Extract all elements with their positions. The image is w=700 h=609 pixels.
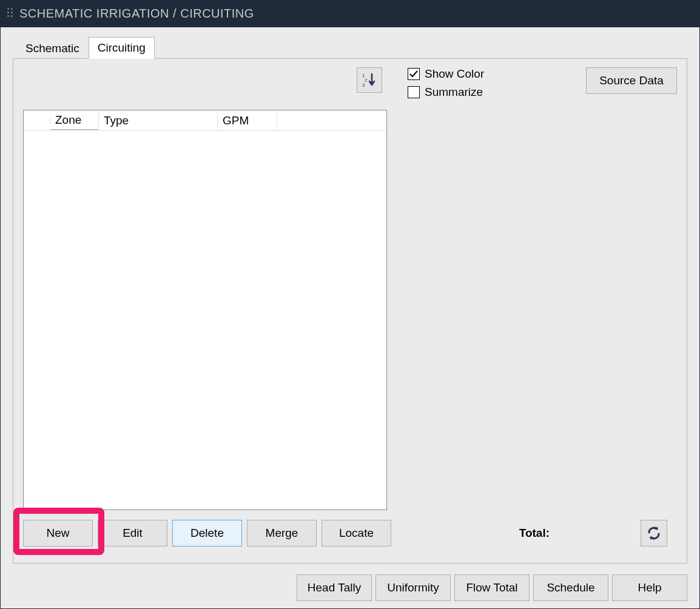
show-color-checkbox-row[interactable]: Show Color bbox=[408, 67, 484, 81]
svg-text:3: 3 bbox=[362, 82, 365, 88]
grid-header-type[interactable]: Type bbox=[99, 112, 218, 130]
window-title: SCHEMATIC IRRIGATION / CIRCUITING bbox=[19, 7, 254, 21]
drag-grip-icon[interactable] bbox=[7, 8, 13, 19]
summarize-checkbox[interactable] bbox=[408, 86, 420, 98]
sort-numeric-icon: 1 2 3 bbox=[361, 72, 378, 89]
grid-header-blank2 bbox=[277, 118, 386, 123]
grid-header-row: Zone Type GPM bbox=[24, 110, 386, 131]
show-color-label: Show Color bbox=[425, 67, 484, 81]
checkmark-icon bbox=[409, 69, 419, 79]
merge-button[interactable]: Merge bbox=[247, 520, 317, 547]
tab-panel-circuiting: 1 2 3 Show Color Summa bbox=[13, 58, 687, 564]
refresh-icon bbox=[645, 525, 662, 542]
total-label: Total: bbox=[519, 527, 550, 540]
zone-grid[interactable]: Zone Type GPM bbox=[23, 110, 387, 510]
refresh-button[interactable] bbox=[641, 520, 667, 547]
titlebar[interactable]: SCHEMATIC IRRIGATION / CIRCUITING bbox=[0, 0, 700, 27]
flow-total-button[interactable]: Flow Total bbox=[454, 574, 530, 601]
summarize-label: Summarize bbox=[425, 86, 483, 99]
tab-circuiting[interactable]: Circuiting bbox=[89, 37, 155, 59]
show-color-checkbox[interactable] bbox=[408, 68, 420, 80]
svg-text:2: 2 bbox=[365, 78, 368, 83]
sort-numeric-button[interactable]: 1 2 3 bbox=[357, 67, 382, 93]
new-button[interactable]: New bbox=[23, 520, 93, 547]
grid-header-blank bbox=[24, 118, 50, 123]
delete-button[interactable]: Delete bbox=[172, 520, 242, 547]
head-tally-button[interactable]: Head Tally bbox=[297, 574, 372, 601]
tab-strip: Schematic Circuiting bbox=[16, 38, 687, 59]
edit-button[interactable]: Edit bbox=[98, 520, 167, 547]
uniformity-button[interactable]: Uniformity bbox=[375, 574, 451, 601]
summarize-checkbox-row[interactable]: Summarize bbox=[408, 86, 484, 99]
locate-button[interactable]: Locate bbox=[321, 520, 391, 547]
schedule-button[interactable]: Schedule bbox=[533, 574, 608, 601]
help-button[interactable]: Help bbox=[612, 574, 687, 601]
grid-header-zone[interactable]: Zone bbox=[50, 111, 99, 130]
grid-header-gpm[interactable]: GPM bbox=[218, 112, 277, 130]
source-data-button[interactable]: Source Data bbox=[586, 67, 677, 94]
tab-schematic[interactable]: Schematic bbox=[16, 38, 89, 59]
